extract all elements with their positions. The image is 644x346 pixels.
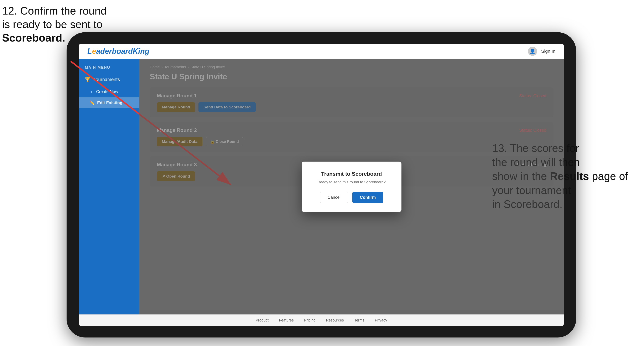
annotation-line2: is ready to be sent to [2,18,102,30]
sidebar-edit-existing-label: Edit Existing [97,101,122,105]
annotation-line1: 12. Confirm the round [2,5,107,17]
main-content: Home › Tournaments › State U Spring Invi… [139,59,564,315]
sidebar-item-tournaments[interactable]: 🏆 Tournaments [79,73,139,86]
app-footer: Product Features Pricing Resources Terms… [79,315,564,326]
annotation-bold: Scoreboard. [2,32,65,44]
edit-icon: ✏️ [90,100,95,105]
cancel-button[interactable]: Cancel [320,192,348,203]
sidebar-item-edit-existing[interactable]: ✏️ Edit Existing [79,97,139,108]
sidebar-section-label: MAIN MENU [79,65,139,73]
confirm-button[interactable]: Confirm [352,192,383,203]
annotation-right-line4: page of [592,170,628,182]
modal-subtitle: Ready to send this round to Scoreboard? [312,180,391,184]
app-container: LeaderboardKing 👤 Sign In MAIN MENU 🏆 To [79,44,564,326]
app-body: MAIN MENU 🏆 Tournaments ＋ Create New ✏️ … [79,59,564,315]
tablet-shell: LeaderboardKing 👤 Sign In MAIN MENU 🏆 To [66,32,576,338]
footer-resources[interactable]: Resources [326,318,344,323]
sidebar-item-create-new[interactable]: ＋ Create New [79,86,139,97]
modal-backdrop: Transmit to Scoreboard Ready to send thi… [139,59,564,315]
footer-product[interactable]: Product [256,318,268,323]
plus-icon: ＋ [90,89,94,95]
footer-terms[interactable]: Terms [354,318,364,323]
footer-features[interactable]: Features [279,318,294,323]
sidebar-tournaments-label: Tournaments [94,77,120,82]
navbar: LeaderboardKing 👤 Sign In [79,44,564,59]
modal-actions: Cancel Confirm [312,192,391,203]
tablet-screen: LeaderboardKing 👤 Sign In MAIN MENU 🏆 To [79,44,564,326]
footer-privacy[interactable]: Privacy [375,318,387,323]
app-logo: LeaderboardKing [87,47,149,56]
sidebar-create-new-label: Create New [96,89,118,94]
transmit-modal: Transmit to Scoreboard Ready to send thi… [302,162,402,212]
sign-in-button[interactable]: Sign In [541,49,556,54]
nav-right: 👤 Sign In [528,47,556,56]
sidebar: MAIN MENU 🏆 Tournaments ＋ Create New ✏️ … [79,59,139,315]
footer-pricing[interactable]: Pricing [304,318,316,323]
trophy-icon: 🏆 [85,77,90,82]
annotation-top: 12. Confirm the round is ready to be sen… [2,4,107,45]
user-avatar[interactable]: 👤 [528,47,537,56]
modal-title: Transmit to Scoreboard [312,171,391,177]
